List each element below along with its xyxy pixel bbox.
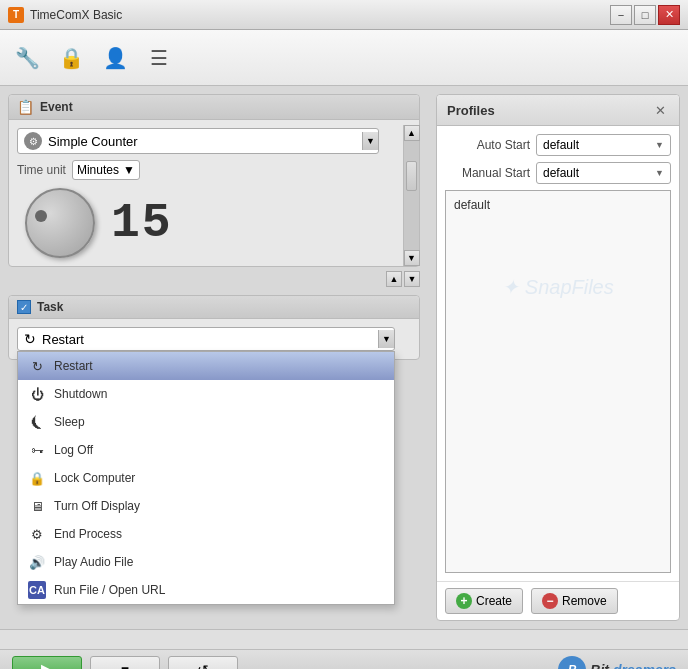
manual-start-select[interactable]: default ▼ [536,162,671,184]
time-unit-value: Minutes [77,163,119,177]
auto-start-select[interactable]: default ▼ [536,134,671,156]
wrench-icon[interactable]: 🔧 [12,43,42,73]
event-section: 📋 Event ⚙ Simple Counter ▼ Time unit [8,94,420,267]
event-icon: 📋 [17,99,34,115]
menu-label-lockcomputer: Lock Computer [54,471,135,485]
close-button[interactable]: ✕ [658,5,680,25]
profiles-title: Profiles [447,103,495,118]
brand: B Bitdreamers [558,656,676,670]
logoff-menu-icon: 🗝 [28,441,46,459]
bottom-controls: ▶ ■ ↺ [12,656,238,670]
right-panel: Profiles ✕ Auto Start default ▼ Manual S… [428,86,688,629]
menu-item-lockcomputer[interactable]: 🔒 Lock Computer [18,464,394,492]
brand-dreamers: dreamers [613,662,676,670]
profiles-actions: + Create − Remove [437,581,679,620]
scroll-up-btn[interactable]: ▲ [404,125,420,141]
lock-icon[interactable]: 🔒 [56,43,86,73]
menu-label-sleep: Sleep [54,415,85,429]
auto-start-row: Auto Start default ▼ [445,134,671,156]
menu-label-endprocess: End Process [54,527,122,541]
time-unit-select[interactable]: Minutes ▼ [72,160,140,180]
between-scroll-down[interactable]: ▼ [404,271,420,287]
left-panel: 📋 Event ⚙ Simple Counter ▼ Time unit [0,86,428,629]
task-title: Task [37,300,63,314]
manual-start-row: Manual Start default ▼ [445,162,671,184]
auto-start-label: Auto Start [445,138,530,152]
menu-label-restart: Restart [54,359,93,373]
endprocess-menu-icon: ⚙ [28,525,46,543]
task-section: ✓ Task ↻ Restart ▼ ↻ [8,295,420,360]
scroll-thumb[interactable] [406,161,417,191]
task-header: ✓ Task [9,296,419,319]
menu-item-restart[interactable]: ↻ Restart [18,352,394,380]
app-icon: T [8,7,24,23]
create-label: Create [476,594,512,608]
menu-item-logoff[interactable]: 🗝 Log Off [18,436,394,464]
create-icon: + [456,593,472,609]
task-dropdown-value: Restart [42,332,84,347]
create-button[interactable]: + Create [445,588,523,614]
menu-item-endprocess[interactable]: ⚙ End Process [18,520,394,548]
knob-display-row: 15 [25,188,395,258]
menu-item-turnoffdisplay[interactable]: 🖥 Turn Off Display [18,492,394,520]
menu-item-playaudio[interactable]: 🔊 Play Audio File [18,548,394,576]
repeat-button[interactable]: ↺ [168,656,238,670]
between-scroll-up[interactable]: ▲ [386,271,402,287]
remove-label: Remove [562,594,607,608]
manual-start-label: Manual Start [445,166,530,180]
menu-item-sleep[interactable]: ⏾ Sleep [18,408,394,436]
user-icon[interactable]: 👤 [100,43,130,73]
event-scrollbar[interactable]: ▲ ▼ [403,125,419,266]
menu-item-shutdown[interactable]: ⏻ Shutdown [18,380,394,408]
restart-menu-icon: ↻ [28,357,46,375]
event-content: ⚙ Simple Counter ▼ Time unit Minutes ▼ [9,120,419,266]
task-dropdown-arrow[interactable]: ▼ [378,330,394,348]
profiles-box: Profiles ✕ Auto Start default ▼ Manual S… [436,94,680,621]
stop-button[interactable]: ■ [90,656,160,670]
menu-label-turnoffdisplay: Turn Off Display [54,499,140,513]
time-unit-arrow: ▼ [123,163,135,177]
time-unit-label: Time unit [17,163,66,177]
time-unit-row: Time unit Minutes ▼ [17,160,395,180]
menu-item-runfile[interactable]: CA Run File / Open URL [18,576,394,604]
sleep-menu-icon: ⏾ [28,413,46,431]
event-dropdown-arrow[interactable]: ▼ [362,132,378,150]
window-title: TimeComX Basic [30,8,122,22]
remove-icon: − [542,593,558,609]
auto-start-arrow: ▼ [655,140,664,150]
display-menu-icon: 🖥 [28,497,46,515]
status-bar [0,629,688,649]
profiles-list[interactable]: default ✦ SnapFiles [445,190,671,573]
maximize-button[interactable]: □ [634,5,656,25]
main-area: 📋 Event ⚙ Simple Counter ▼ Time unit [0,86,688,629]
event-dropdown[interactable]: ⚙ Simple Counter ▼ [17,128,379,154]
task-checkbox[interactable]: ✓ [17,300,31,314]
task-dropdown[interactable]: ↻ Restart ▼ [17,327,395,351]
counter-icon: ⚙ [24,132,42,150]
between-scrolls: ▲ ▼ [8,271,420,287]
snapfiles-watermark: ✦ SnapFiles [450,275,666,299]
play-button[interactable]: ▶ [12,656,82,670]
task-dropdown-container: ↻ Restart ▼ ↻ Restart ⏻ Shutdown [17,327,411,351]
shutdown-menu-icon: ⏻ [28,385,46,403]
task-dropdown-menu: ↻ Restart ⏻ Shutdown ⏾ Sleep 🗝 [17,351,395,605]
menu-label-shutdown: Shutdown [54,387,107,401]
brand-circle: B [558,656,586,670]
profiles-body: Auto Start default ▼ Manual Start defaul… [437,126,679,581]
knob-dot [35,210,47,222]
list-icon[interactable]: ☰ [144,43,174,73]
timer-knob[interactable] [25,188,95,258]
profiles-close-button[interactable]: ✕ [651,101,669,119]
title-bar: T TimeComX Basic − □ ✕ [0,0,688,30]
manual-start-value: default [543,166,579,180]
task-content: ↻ Restart ▼ ↻ Restart ⏻ Shutdown [9,319,419,359]
profiles-list-item-default[interactable]: default [450,195,666,215]
audio-menu-icon: 🔊 [28,553,46,571]
scroll-track[interactable] [404,141,419,250]
remove-button[interactable]: − Remove [531,588,618,614]
scroll-down-btn[interactable]: ▼ [404,250,420,266]
minimize-button[interactable]: − [610,5,632,25]
timer-display: 15 [111,196,173,250]
lock-menu-icon: 🔒 [28,469,46,487]
manual-start-arrow: ▼ [655,168,664,178]
